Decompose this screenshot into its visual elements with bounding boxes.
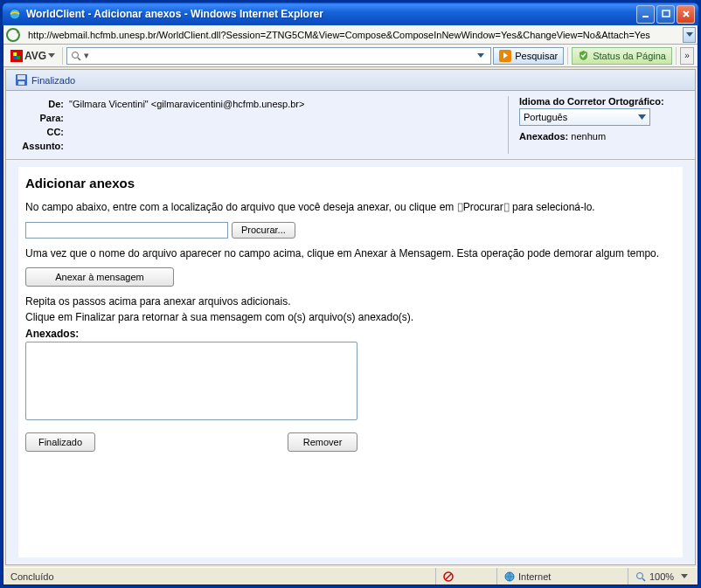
- pesquisar-label: Pesquisar: [515, 51, 558, 61]
- after-browse-text: Uma vez que o nome do arquivo aparecer n…: [25, 247, 676, 261]
- svg-rect-2: [663, 10, 670, 17]
- zoom-control[interactable]: 100%: [628, 568, 698, 585]
- status-text: Concluído: [3, 568, 435, 585]
- shield-check-icon: [578, 50, 589, 61]
- avg-flag-icon: [10, 50, 23, 62]
- chevron-down-icon: [638, 114, 646, 120]
- pesquisar-button[interactable]: Pesquisar: [493, 47, 564, 65]
- maximize-button[interactable]: [656, 5, 675, 24]
- anexar-button[interactable]: Anexar à mensagem: [25, 267, 174, 287]
- svg-rect-12: [18, 81, 24, 85]
- assunto-value: [67, 140, 306, 152]
- anexados-header: Anexados: nenhum: [519, 131, 683, 142]
- chevron-down-icon: [48, 53, 55, 58]
- svg-rect-11: [17, 75, 25, 80]
- search-go-icon: [499, 50, 511, 62]
- de-value: "Gilmara Vicentini" <gilmaravicentini@hc…: [67, 98, 306, 110]
- para-label: Para:: [20, 112, 66, 124]
- zoom-icon: [635, 571, 646, 582]
- svg-point-8: [73, 52, 79, 58]
- address-bar: [3, 25, 698, 45]
- svg-line-9: [78, 58, 80, 60]
- separator: [567, 47, 568, 65]
- search-history-dropdown[interactable]: [475, 53, 487, 58]
- svg-line-17: [642, 578, 645, 581]
- language-select[interactable]: Português: [519, 108, 650, 126]
- status-bar: Concluído Internet 100%: [3, 567, 698, 585]
- avg-search-input[interactable]: [91, 51, 475, 61]
- search-icon: [71, 51, 81, 61]
- repeat-text-1: Repita os passos acima para anexar arqui…: [25, 295, 676, 309]
- remover-button[interactable]: Remover: [288, 432, 357, 452]
- svg-line-14: [446, 574, 451, 579]
- svg-rect-6: [17, 56, 20, 59]
- page-title: Adicionar anexos: [25, 176, 676, 190]
- svg-rect-7: [13, 56, 17, 59]
- language-value: Português: [524, 112, 567, 122]
- para-value: [67, 112, 306, 124]
- close-button[interactable]: [677, 5, 695, 24]
- action-bar: Finalizado: [6, 70, 695, 91]
- svg-rect-1: [642, 16, 649, 17]
- svg-point-16: [637, 572, 643, 578]
- avg-search-box[interactable]: ▾: [66, 47, 491, 65]
- cc-label: CC:: [20, 126, 66, 138]
- cc-value: [67, 126, 306, 138]
- toolbar-overflow-button[interactable]: »: [680, 47, 694, 65]
- window-titlebar: WorldClient - Adicionar anexos - Windows…: [3, 3, 698, 25]
- avg-logo[interactable]: AVG: [7, 50, 59, 62]
- chevron-down-icon: [681, 574, 688, 578]
- separator: [62, 47, 63, 65]
- status-blocked: [435, 568, 496, 585]
- finalizado-top-button[interactable]: Finalizado: [11, 72, 79, 88]
- svg-rect-5: [13, 52, 17, 56]
- blocked-icon: [443, 571, 454, 582]
- avg-toolbar: AVG ▾ Pesquisar Status da Página »: [3, 45, 698, 67]
- url-input[interactable]: [24, 27, 679, 43]
- repeat-text-2: Clique em Finalizar para retornar à sua …: [25, 311, 676, 325]
- finalizado-button[interactable]: Finalizado: [25, 432, 95, 452]
- save-icon: [15, 73, 28, 86]
- idioma-label: Idioma do Corretor Ortográfico:: [519, 96, 683, 107]
- assunto-label: Assunto:: [20, 140, 66, 152]
- content-panel: Finalizado De:"Gilmara Vicentini" <gilma…: [5, 69, 696, 565]
- main-body: Adicionar anexos No campo abaixo, entre …: [18, 167, 683, 557]
- anexados-label: Anexados:: [25, 328, 676, 340]
- globe-icon: [504, 571, 515, 582]
- avg-label: AVG: [24, 50, 46, 62]
- de-label: De:: [20, 98, 66, 110]
- security-zone: Internet: [496, 568, 628, 585]
- ie-icon: [8, 7, 22, 21]
- finalizado-top-label: Finalizado: [31, 75, 75, 86]
- separator: [676, 47, 677, 65]
- message-header: De:"Gilmara Vicentini" <gilmaravicentini…: [6, 91, 695, 160]
- status-pagina-button[interactable]: Status da Página: [572, 47, 672, 65]
- window-title: WorldClient - Adicionar anexos - Windows…: [26, 8, 635, 20]
- url-dropdown[interactable]: [683, 27, 696, 43]
- minimize-button[interactable]: [636, 5, 655, 24]
- refresh-icon[interactable]: [5, 27, 21, 43]
- intro-text: No campo abaixo, entre com a localização…: [25, 201, 676, 215]
- anexados-listbox[interactable]: [25, 342, 357, 420]
- procurar-button[interactable]: Procurar...: [232, 222, 295, 239]
- status-label: Status da Página: [593, 51, 666, 61]
- file-path-input[interactable]: [25, 222, 228, 239]
- svg-point-3: [7, 29, 19, 41]
- search-dd-arrow: ▾: [84, 50, 89, 61]
